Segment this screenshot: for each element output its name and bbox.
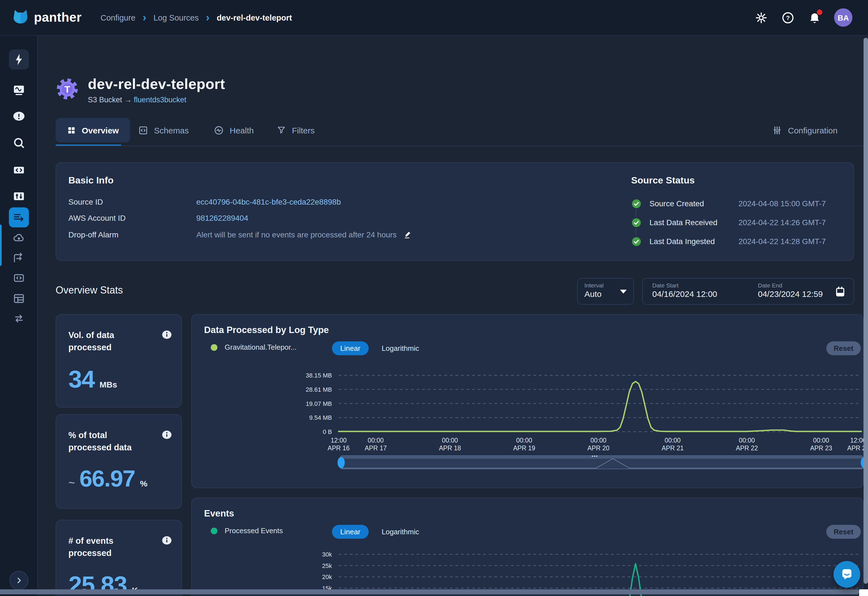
stat-unit: MBs — [99, 380, 117, 389]
info-icon[interactable] — [161, 535, 173, 548]
status-connector-line — [631, 209, 636, 216]
panther-logo[interactable]: panther — [12, 8, 82, 27]
chart-title: Events — [204, 508, 234, 519]
teleport-source-icon: T — [56, 77, 79, 103]
events-chart[interactable]: 30k25k20k15k — [301, 541, 864, 596]
bolt-icon — [12, 53, 25, 66]
svg-text:30k: 30k — [322, 551, 332, 558]
stat-value-row: 34MBs — [68, 366, 170, 393]
avatar[interactable]: BA — [834, 8, 852, 27]
tabs-divider — [56, 146, 868, 146]
sidebar-item-search[interactable] — [9, 133, 29, 153]
panther-logo-icon — [12, 8, 29, 27]
calendar-icon[interactable] — [834, 285, 846, 299]
settings-gear-icon[interactable] — [754, 10, 769, 25]
breadcrumb-item[interactable]: Configure — [100, 13, 136, 22]
sidebar-item-queries[interactable] — [9, 160, 29, 180]
sidebar-item-schemas[interactable] — [9, 268, 29, 288]
scrollbar-corner — [859, 589, 868, 596]
date-end-input[interactable]: Date End 04/23/2024 12:59 — [758, 282, 823, 298]
tab-health[interactable]: Health — [214, 118, 254, 142]
info-icon[interactable] — [161, 429, 173, 443]
date-range-picker: Date Start 04/16/2024 12:00 Date End 04/… — [642, 278, 854, 305]
svg-text:25k: 25k — [322, 562, 332, 569]
tab-configuration[interactable]: Configuration — [772, 118, 837, 142]
basic-info-row: AWS Account ID981262289404 — [68, 214, 446, 223]
field-value: 981262289404 — [196, 214, 248, 223]
tab-schemas[interactable]: Schemas — [138, 118, 189, 142]
breadcrumb: Configure›Log Sources›dev-rel-dev-telepo… — [100, 12, 292, 23]
svg-text:00:00APR 22: 00:00APR 22 — [736, 437, 758, 452]
sidebar-expand-button[interactable] — [9, 571, 28, 590]
reset-button[interactable]: Reset — [826, 525, 861, 539]
help-icon[interactable]: ? — [781, 10, 795, 25]
linear-toggle-button[interactable]: Linear — [332, 341, 369, 355]
source-status-row: Source Created2024-04-08 15:00 GMT-7 — [631, 198, 826, 209]
svg-text:12:00APR 23: 12:00APR 23 — [847, 437, 864, 452]
notification-badge — [817, 9, 822, 15]
svg-text:19.07 MB: 19.07 MB — [306, 400, 332, 407]
data-processed-chart[interactable]: 38.15 MB28.61 MB19.07 MB9.54 MB0 B12:00A… — [301, 358, 864, 454]
svg-text:T: T — [65, 84, 70, 94]
edit-pencil-icon[interactable] — [403, 230, 413, 239]
sidebar-item-data-transports[interactable] — [9, 248, 29, 268]
notifications-bell-icon[interactable] — [807, 10, 822, 25]
legend-item[interactable]: Gravitational.Telepor... — [211, 343, 297, 351]
status-label: Source Created — [650, 199, 738, 208]
stat-card: % of total processed data~66.97% — [56, 414, 182, 509]
breadcrumb-item[interactable]: Log Sources — [154, 13, 199, 22]
chat-launcher-button[interactable] — [834, 561, 860, 588]
sidebar-item-log-sources[interactable] — [9, 207, 29, 227]
branch-icon — [12, 251, 25, 265]
interval-select[interactable]: Interval Auto — [577, 278, 634, 305]
legend-label: Gravitational.Telepor... — [224, 343, 297, 351]
sidebar-item-configure[interactable] — [9, 186, 29, 206]
chart-range-navigator[interactable]: ▪▪▪ — [340, 455, 864, 469]
reset-button[interactable]: Reset — [826, 341, 861, 355]
cloud-icon — [12, 231, 25, 245]
sidebar-item-tables[interactable] — [9, 289, 29, 308]
sidebar-item-dashboard[interactable] — [9, 80, 29, 99]
page-head: T dev-rel-dev-teleport S3 Bucket → fluen… — [56, 75, 225, 104]
tab-overview[interactable]: Overview — [56, 118, 130, 142]
tab-configuration-label: Configuration — [788, 125, 837, 135]
legend-item[interactable]: Processed Events — [211, 527, 283, 535]
date-start-input[interactable]: Date Start 04/16/2024 12:00 — [652, 282, 717, 298]
date-end-value: 04/23/2024 12:59 — [758, 289, 823, 298]
stat-card-title: % of total processed data — [68, 429, 152, 453]
legend-label: Processed Events — [224, 527, 283, 535]
sidebar-item-quick-actions[interactable] — [9, 50, 29, 69]
sidebar-item-pipelines[interactable] — [9, 308, 29, 329]
status-timestamp: 2024-04-08 15:00 GMT-7 — [738, 199, 826, 208]
tab-filters[interactable]: Filters — [276, 118, 315, 142]
check-circle-icon — [631, 217, 642, 228]
stat-card-title: Vol. of data processed — [68, 329, 152, 353]
sidebar — [0, 35, 38, 596]
events-chart-card: Events Processed Events Linear Logarithm… — [191, 497, 864, 596]
horizontal-scrollbar-thumb[interactable] — [0, 589, 859, 595]
status-timestamp: 2024-04-22 14:28 GMT-7 — [738, 237, 826, 246]
date-end-label: Date End — [758, 282, 823, 289]
logarithmic-toggle-button[interactable]: Logarithmic — [375, 525, 425, 539]
basic-info-card: Basic Info Source IDecc40796-04bc-481c-b… — [56, 162, 854, 261]
field-label: AWS Account ID — [68, 214, 196, 223]
chart-legend-row: Gravitational.Telepor... Linear Logarith… — [192, 341, 863, 356]
linear-toggle-button[interactable]: Linear — [332, 525, 369, 539]
main-content: T dev-rel-dev-teleport S3 Bucket → fluen… — [38, 35, 868, 596]
page-subtitle: S3 Bucket → fluentds3bucket — [88, 96, 225, 104]
navigator-left-handle[interactable] — [338, 457, 345, 468]
tab-overview-label: Overview — [82, 125, 119, 135]
tab-schemas-label: Schemas — [154, 125, 189, 135]
overview-stats-row: Overview Stats Interval Auto Date Start … — [56, 278, 854, 305]
breadcrumb-separator-icon: › — [206, 12, 210, 23]
source-status-row: Last Data Received2024-04-22 14:26 GMT-7 — [631, 216, 826, 229]
svg-text:00:00APR 19: 00:00APR 19 — [513, 437, 535, 452]
info-icon[interactable] — [161, 329, 173, 342]
vertical-scrollbar-thumb[interactable] — [864, 38, 868, 584]
sidebar-item-cloud-accounts[interactable] — [9, 228, 29, 248]
tab-filters-label: Filters — [292, 125, 315, 135]
bucket-link[interactable]: fluentds3bucket — [134, 96, 186, 104]
field-value: Alert will be sent if no events are proc… — [196, 230, 397, 239]
logarithmic-toggle-button[interactable]: Logarithmic — [375, 341, 425, 355]
sidebar-item-alerts[interactable] — [9, 106, 29, 126]
